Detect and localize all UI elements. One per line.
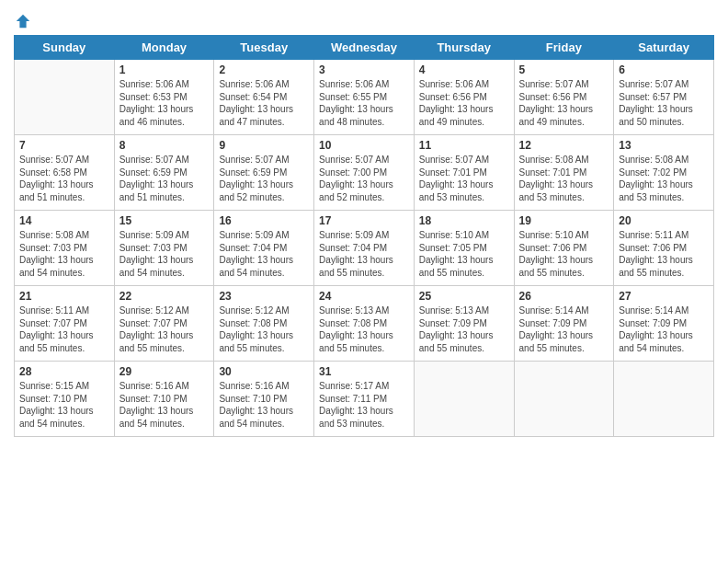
calendar-cell: 3Sunrise: 5:06 AM Sunset: 6:55 PM Daylig… xyxy=(314,60,415,135)
day-number: 7 xyxy=(19,139,109,152)
day-number: 8 xyxy=(119,139,210,152)
day-number: 19 xyxy=(519,214,609,227)
cell-content: Sunrise: 5:09 AM Sunset: 7:04 PM Dayligh… xyxy=(219,229,309,279)
calendar-week-1: 1Sunrise: 5:06 AM Sunset: 6:53 PM Daylig… xyxy=(15,60,714,135)
cell-content: Sunrise: 5:14 AM Sunset: 7:09 PM Dayligh… xyxy=(519,304,609,354)
calendar-cell: 7Sunrise: 5:07 AM Sunset: 6:58 PM Daylig… xyxy=(15,135,115,211)
day-number: 25 xyxy=(419,290,509,303)
cell-content: Sunrise: 5:13 AM Sunset: 7:09 PM Dayligh… xyxy=(419,304,509,354)
cell-content: Sunrise: 5:17 AM Sunset: 7:11 PM Dayligh… xyxy=(319,380,409,430)
calendar-cell: 26Sunrise: 5:14 AM Sunset: 7:09 PM Dayli… xyxy=(514,286,614,362)
cell-content: Sunrise: 5:16 AM Sunset: 7:10 PM Dayligh… xyxy=(119,380,210,430)
day-number: 30 xyxy=(219,365,309,378)
calendar-cell: 25Sunrise: 5:13 AM Sunset: 7:09 PM Dayli… xyxy=(414,286,514,362)
cell-content: Sunrise: 5:07 AM Sunset: 6:56 PM Dayligh… xyxy=(519,78,609,128)
day-number: 4 xyxy=(419,63,509,76)
calendar-cell: 5Sunrise: 5:07 AM Sunset: 6:56 PM Daylig… xyxy=(514,60,614,135)
calendar-cell: 8Sunrise: 5:07 AM Sunset: 6:59 PM Daylig… xyxy=(114,135,214,211)
calendar-cell: 10Sunrise: 5:07 AM Sunset: 7:00 PM Dayli… xyxy=(314,135,415,211)
cell-content: Sunrise: 5:09 AM Sunset: 7:04 PM Dayligh… xyxy=(319,229,409,279)
calendar-cell xyxy=(15,60,115,135)
day-number: 5 xyxy=(519,63,609,76)
calendar-cell: 15Sunrise: 5:09 AM Sunset: 7:03 PM Dayli… xyxy=(114,211,214,286)
calendar-cell: 2Sunrise: 5:06 AM Sunset: 6:54 PM Daylig… xyxy=(214,60,314,135)
calendar-cell xyxy=(514,362,614,437)
col-header-thursday: Thursday xyxy=(414,36,514,60)
day-number: 24 xyxy=(319,290,409,303)
calendar-cell: 22Sunrise: 5:12 AM Sunset: 7:07 PM Dayli… xyxy=(114,286,214,362)
day-number: 27 xyxy=(619,290,709,303)
calendar-cell: 13Sunrise: 5:08 AM Sunset: 7:02 PM Dayli… xyxy=(614,135,714,211)
day-number: 10 xyxy=(319,139,409,152)
cell-content: Sunrise: 5:08 AM Sunset: 7:01 PM Dayligh… xyxy=(519,154,609,203)
calendar-cell: 14Sunrise: 5:08 AM Sunset: 7:03 PM Dayli… xyxy=(15,211,115,286)
cell-content: Sunrise: 5:06 AM Sunset: 6:53 PM Dayligh… xyxy=(119,78,210,128)
calendar-cell: 29Sunrise: 5:16 AM Sunset: 7:10 PM Dayli… xyxy=(114,362,214,437)
cell-content: Sunrise: 5:10 AM Sunset: 7:06 PM Dayligh… xyxy=(519,229,609,279)
cell-content: Sunrise: 5:15 AM Sunset: 7:10 PM Dayligh… xyxy=(19,380,109,430)
calendar-cell: 21Sunrise: 5:11 AM Sunset: 7:07 PM Dayli… xyxy=(15,286,115,362)
cell-content: Sunrise: 5:11 AM Sunset: 7:06 PM Dayligh… xyxy=(619,229,709,279)
cell-content: Sunrise: 5:11 AM Sunset: 7:07 PM Dayligh… xyxy=(19,304,109,354)
cell-content: Sunrise: 5:07 AM Sunset: 7:01 PM Dayligh… xyxy=(419,154,509,203)
logo-icon xyxy=(15,13,31,29)
cell-content: Sunrise: 5:06 AM Sunset: 6:55 PM Dayligh… xyxy=(319,78,409,128)
cell-content: Sunrise: 5:13 AM Sunset: 7:08 PM Dayligh… xyxy=(319,304,409,354)
calendar-cell: 18Sunrise: 5:10 AM Sunset: 7:05 PM Dayli… xyxy=(414,211,514,286)
day-number: 21 xyxy=(19,290,109,303)
calendar-cell: 4Sunrise: 5:06 AM Sunset: 6:56 PM Daylig… xyxy=(414,60,514,135)
calendar-cell: 9Sunrise: 5:07 AM Sunset: 6:59 PM Daylig… xyxy=(214,135,314,211)
col-header-tuesday: Tuesday xyxy=(214,36,314,60)
calendar-cell: 16Sunrise: 5:09 AM Sunset: 7:04 PM Dayli… xyxy=(214,211,314,286)
calendar-cell: 6Sunrise: 5:07 AM Sunset: 6:57 PM Daylig… xyxy=(614,60,714,135)
day-number: 12 xyxy=(519,139,609,152)
day-number: 13 xyxy=(619,139,709,152)
col-header-wednesday: Wednesday xyxy=(314,36,415,60)
col-header-monday: Monday xyxy=(114,36,214,60)
cell-content: Sunrise: 5:06 AM Sunset: 6:54 PM Dayligh… xyxy=(219,78,309,128)
day-number: 29 xyxy=(119,365,210,378)
day-number: 28 xyxy=(19,365,109,378)
cell-content: Sunrise: 5:08 AM Sunset: 7:03 PM Dayligh… xyxy=(19,229,109,279)
day-number: 11 xyxy=(419,139,509,152)
col-header-sunday: Sunday xyxy=(15,36,115,60)
calendar-week-3: 14Sunrise: 5:08 AM Sunset: 7:03 PM Dayli… xyxy=(15,211,714,286)
day-number: 18 xyxy=(419,214,509,227)
cell-content: Sunrise: 5:14 AM Sunset: 7:09 PM Dayligh… xyxy=(619,304,709,354)
calendar-cell: 24Sunrise: 5:13 AM Sunset: 7:08 PM Dayli… xyxy=(314,286,415,362)
day-number: 3 xyxy=(319,63,409,76)
calendar-cell: 17Sunrise: 5:09 AM Sunset: 7:04 PM Dayli… xyxy=(314,211,415,286)
calendar-cell: 31Sunrise: 5:17 AM Sunset: 7:11 PM Dayli… xyxy=(314,362,415,437)
day-number: 14 xyxy=(19,214,109,227)
col-header-saturday: Saturday xyxy=(614,36,714,60)
calendar-cell: 20Sunrise: 5:11 AM Sunset: 7:06 PM Dayli… xyxy=(614,211,714,286)
day-number: 1 xyxy=(119,63,210,76)
cell-content: Sunrise: 5:07 AM Sunset: 6:57 PM Dayligh… xyxy=(619,78,709,128)
logo xyxy=(14,13,31,29)
calendar-table: SundayMondayTuesdayWednesdayThursdayFrid… xyxy=(14,35,714,437)
calendar-cell xyxy=(414,362,514,437)
calendar-cell: 28Sunrise: 5:15 AM Sunset: 7:10 PM Dayli… xyxy=(15,362,115,437)
page-container: SundayMondayTuesdayWednesdayThursdayFrid… xyxy=(0,0,728,446)
day-number: 31 xyxy=(319,365,409,378)
day-number: 9 xyxy=(219,139,309,152)
day-number: 17 xyxy=(319,214,409,227)
cell-content: Sunrise: 5:07 AM Sunset: 6:59 PM Dayligh… xyxy=(119,154,210,203)
cell-content: Sunrise: 5:07 AM Sunset: 6:59 PM Dayligh… xyxy=(219,154,309,203)
day-number: 2 xyxy=(219,63,309,76)
calendar-cell: 19Sunrise: 5:10 AM Sunset: 7:06 PM Dayli… xyxy=(514,211,614,286)
day-number: 26 xyxy=(519,290,609,303)
header-row xyxy=(14,9,714,29)
cell-content: Sunrise: 5:10 AM Sunset: 7:05 PM Dayligh… xyxy=(419,229,509,279)
calendar-week-2: 7Sunrise: 5:07 AM Sunset: 6:58 PM Daylig… xyxy=(15,135,714,211)
calendar-header-row: SundayMondayTuesdayWednesdayThursdayFrid… xyxy=(15,36,714,60)
day-number: 22 xyxy=(119,290,210,303)
calendar-cell: 1Sunrise: 5:06 AM Sunset: 6:53 PM Daylig… xyxy=(114,60,214,135)
day-number: 23 xyxy=(219,290,309,303)
cell-content: Sunrise: 5:12 AM Sunset: 7:08 PM Dayligh… xyxy=(219,304,309,354)
day-number: 6 xyxy=(619,63,709,76)
cell-content: Sunrise: 5:12 AM Sunset: 7:07 PM Dayligh… xyxy=(119,304,210,354)
calendar-cell: 11Sunrise: 5:07 AM Sunset: 7:01 PM Dayli… xyxy=(414,135,514,211)
cell-content: Sunrise: 5:06 AM Sunset: 6:56 PM Dayligh… xyxy=(419,78,509,128)
calendar-week-5: 28Sunrise: 5:15 AM Sunset: 7:10 PM Dayli… xyxy=(15,362,714,437)
